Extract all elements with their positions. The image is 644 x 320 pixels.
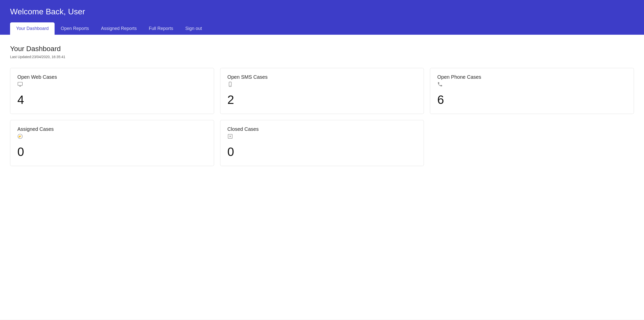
nav-item-assigned-reports[interactable]: Assigned Reports <box>95 22 143 35</box>
card-closed-cases: Closed Cases 0 <box>220 120 424 166</box>
card-assigned-cases-count: 0 <box>17 145 207 159</box>
card-closed-cases-title: Closed Cases <box>227 126 417 132</box>
monitor-icon <box>17 82 23 88</box>
card-open-web-cases-title: Open Web Cases <box>17 74 207 80</box>
phone-icon <box>437 82 443 88</box>
card-closed-cases-count: 0 <box>227 145 417 159</box>
card-open-sms-cases-count: 2 <box>227 93 417 107</box>
card-open-sms-cases: Open SMS Cases 2 <box>220 68 424 114</box>
nav-item-dashboard[interactable]: Your Dashboard <box>10 22 55 35</box>
nav-item-open-reports[interactable]: Open Reports <box>55 22 95 35</box>
last-updated-label: Last Updated: <box>10 55 32 59</box>
closed-icon <box>227 134 233 140</box>
main-content: Your Dashboard Last Updated:23/04/2020, … <box>0 35 644 319</box>
header: Welcome Back, User Your Dashboard Open R… <box>0 0 644 35</box>
assign-icon: 👉 <box>17 134 23 140</box>
card-assigned-cases-title: Assigned Cases <box>17 126 207 132</box>
card-open-phone-cases-count: 6 <box>437 93 627 107</box>
card-open-web-cases: Open Web Cases 4 <box>10 68 214 114</box>
last-updated-value: 23/04/2020, 16:35:41 <box>32 55 65 59</box>
svg-rect-0 <box>18 82 22 86</box>
card-assigned-cases: Assigned Cases 👉 0 <box>10 120 214 166</box>
welcome-message: Welcome Back, User <box>10 7 634 22</box>
nav-item-sign-out[interactable]: Sign out <box>179 22 208 35</box>
card-open-phone-cases-title: Open Phone Cases <box>437 74 627 80</box>
mobile-icon <box>227 82 233 88</box>
nav-item-full-reports[interactable]: Full Reports <box>143 22 179 35</box>
card-open-web-cases-count: 4 <box>17 93 207 107</box>
page-title: Your Dashboard <box>10 45 634 53</box>
cards-row-2: Assigned Cases 👉 0 Closed Cases 0 <box>10 120 634 166</box>
last-updated: Last Updated:23/04/2020, 16:35:41 <box>10 55 634 59</box>
card-open-sms-cases-title: Open SMS Cases <box>227 74 417 80</box>
cards-row-1: Open Web Cases 4 Open SMS Cases 2 <box>10 68 634 114</box>
card-open-phone-cases: Open Phone Cases 6 <box>430 68 634 114</box>
main-navigation: Your Dashboard Open Reports Assigned Rep… <box>10 22 634 35</box>
svg-text:👉: 👉 <box>18 135 22 138</box>
